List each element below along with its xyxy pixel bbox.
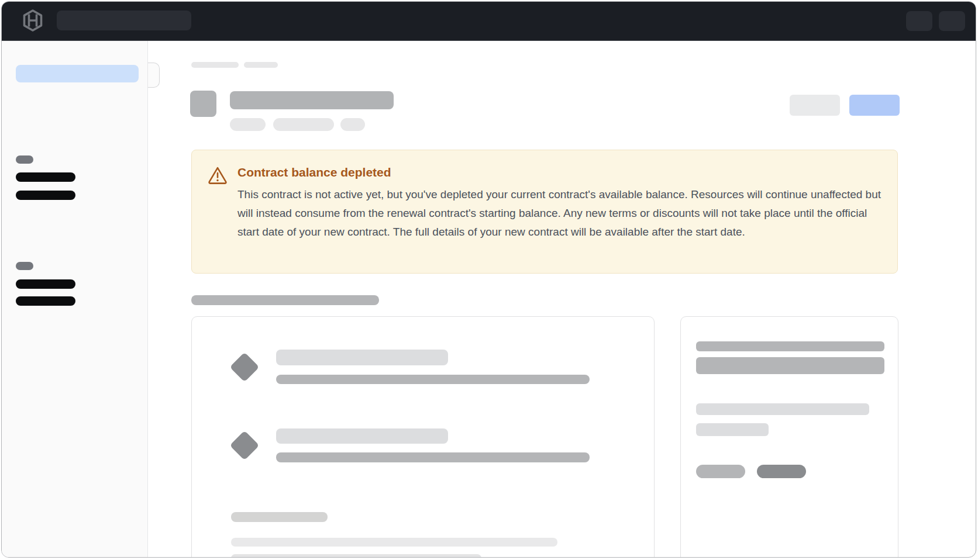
sidebar-section-label-skeleton-1 bbox=[16, 155, 33, 164]
screenshot-canvas: Contract balance depleted This contract … bbox=[0, 0, 978, 560]
hashicorp-logo[interactable] bbox=[21, 9, 44, 32]
navbar-action-button-1[interactable] bbox=[906, 11, 932, 31]
search-input-skeleton[interactable] bbox=[57, 11, 191, 30]
diamond-icon bbox=[230, 352, 260, 382]
footer-label-skeleton bbox=[231, 512, 328, 522]
summary-line-skeleton bbox=[696, 403, 869, 415]
top-navbar bbox=[2, 2, 976, 41]
sidebar-item-skeleton-4[interactable] bbox=[16, 296, 75, 306]
sidebar-collapse-handle[interactable] bbox=[148, 63, 160, 88]
diamond-icon bbox=[230, 431, 260, 461]
section-heading-skeleton bbox=[191, 295, 379, 305]
row-subtitle-skeleton bbox=[276, 452, 590, 462]
row-title-skeleton bbox=[276, 350, 448, 365]
row-title-skeleton bbox=[276, 428, 448, 444]
sidebar bbox=[2, 41, 148, 558]
app-window: Contract balance depleted This contract … bbox=[1, 1, 976, 558]
primary-button-skeleton[interactable] bbox=[849, 95, 900, 116]
card-button-skeleton-1[interactable] bbox=[696, 465, 745, 478]
sidebar-selected-item-skeleton[interactable] bbox=[16, 65, 139, 82]
status-badge-skeleton-1 bbox=[230, 118, 266, 131]
alert-title: Contract balance depleted bbox=[237, 164, 391, 181]
page-title-skeleton bbox=[230, 91, 394, 109]
sidebar-item-skeleton-3[interactable] bbox=[16, 279, 75, 289]
sidebar-item-skeleton-2[interactable] bbox=[16, 191, 75, 200]
sidebar-section-label-skeleton-2 bbox=[16, 262, 33, 270]
warning-triangle-icon bbox=[208, 166, 228, 184]
breadcrumb-skeleton-1 bbox=[191, 62, 239, 68]
summary-value-skeleton bbox=[696, 357, 884, 374]
card-button-skeleton-2[interactable] bbox=[757, 465, 806, 478]
summary-line-skeleton bbox=[696, 423, 769, 436]
secondary-button-skeleton[interactable] bbox=[790, 95, 840, 116]
contract-details-card bbox=[191, 316, 655, 558]
summary-card bbox=[680, 316, 898, 558]
status-badge-skeleton-2 bbox=[273, 118, 334, 131]
contract-warning-alert: Contract balance depleted This contract … bbox=[191, 150, 898, 274]
navbar-action-button-2[interactable] bbox=[939, 11, 965, 31]
summary-title-skeleton bbox=[696, 341, 884, 351]
sidebar-item-skeleton-1[interactable] bbox=[16, 172, 75, 182]
alert-body-text: This contract is not active yet, but you… bbox=[237, 185, 881, 241]
page-icon-skeleton bbox=[190, 91, 216, 117]
footer-line-skeleton bbox=[231, 554, 481, 558]
footer-line-skeleton bbox=[231, 538, 557, 547]
row-subtitle-skeleton bbox=[276, 375, 590, 384]
breadcrumb-skeleton-2 bbox=[244, 62, 278, 68]
status-badge-skeleton-3 bbox=[340, 118, 365, 131]
